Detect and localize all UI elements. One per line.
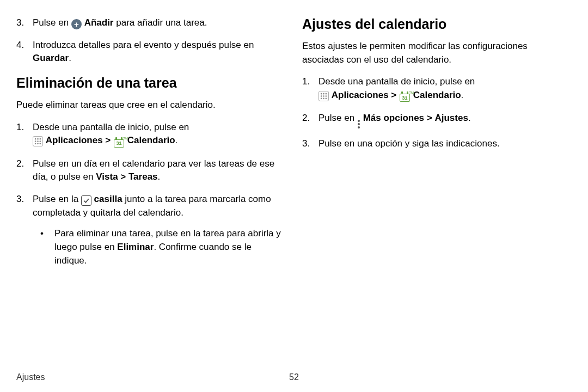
plus-icon: + xyxy=(71,19,82,29)
save-label: Guardar xyxy=(33,53,69,63)
calendar-settings-intro: Estos ajustes le permiten modificar las … xyxy=(302,40,572,66)
step-body: Desde una pantalla de inicio, pulse en A… xyxy=(318,75,572,103)
more-options-icon xyxy=(357,120,360,128)
step-3-add: 3. Pulse en + Añadir para añadir una tar… xyxy=(16,16,286,30)
substep-delete: • Para eliminar una tarea, pulse en la t… xyxy=(33,227,286,267)
text: Desde una pantalla de inicio, pulse en xyxy=(318,76,475,87)
step-number: 4. xyxy=(16,39,25,65)
right-column: Ajustes del calendario Estos ajustes le … xyxy=(302,16,572,381)
delete-task-steps: 1. Desde una pantalla de inicio, pulse e… xyxy=(16,121,286,268)
step-body: Pulse en la casilla junto a la tarea par… xyxy=(33,193,286,267)
step-number: 2. xyxy=(302,112,311,128)
step-2-view-tasks: 2. Pulse en un día en el calendario para… xyxy=(16,157,286,184)
step-body: Introduzca detalles para el evento y des… xyxy=(33,39,286,65)
apps-icon xyxy=(33,136,43,146)
step-number: 1. xyxy=(302,75,311,103)
step-2-more-options: 2. Pulse en Más opciones > Ajustes. xyxy=(302,112,572,128)
calendar-icon: 31TM xyxy=(113,138,125,149)
left-column: 3. Pulse en + Añadir para añadir una tar… xyxy=(16,16,286,381)
step-4-save: 4. Introduzca detalles para el evento y … xyxy=(16,39,286,65)
text: Pulse en xyxy=(318,113,354,123)
vista-label: Vista xyxy=(96,171,118,182)
svg-point-2 xyxy=(40,138,41,140)
chevron: > xyxy=(120,171,126,182)
svg-point-10 xyxy=(323,93,324,95)
text: Pulse en una opción y siga las indicacio… xyxy=(318,138,500,149)
continued-steps: 3. Pulse en + Añadir para añadir una tar… xyxy=(16,16,286,65)
footer-section: Ajustes xyxy=(16,372,45,382)
step-number: 2. xyxy=(16,157,25,184)
period: . xyxy=(69,53,71,63)
period: . xyxy=(461,90,464,100)
text: Introduzca detalles para el evento y des… xyxy=(33,40,254,50)
chevron: > xyxy=(391,90,396,100)
step-body: Pulse en una opción y siga las indicacio… xyxy=(318,137,572,151)
text: para añadir una tarea. xyxy=(116,17,207,28)
calendar-icon: 31TM xyxy=(399,93,411,103)
svg-point-8 xyxy=(40,143,41,145)
period: . xyxy=(158,171,161,182)
period: . xyxy=(175,135,178,145)
svg-point-15 xyxy=(321,97,322,99)
step-body: Pulse en + Añadir para añadir una tarea. xyxy=(33,16,286,30)
apps-icon xyxy=(318,91,329,101)
calendar-settings-steps: 1. Desde una pantalla de inicio, pulse e… xyxy=(302,75,572,151)
apps-label: Aplicaciones xyxy=(332,90,389,100)
chevron: > xyxy=(105,135,111,145)
step-body: Pulse en un día en el calendario para ve… xyxy=(33,157,286,184)
text: Pulse en xyxy=(33,17,69,28)
svg-point-7 xyxy=(37,143,39,145)
tareas-label: Tareas xyxy=(128,171,158,182)
svg-point-16 xyxy=(323,97,324,99)
checkbox-icon xyxy=(81,195,91,206)
svg-point-0 xyxy=(35,138,36,140)
step-1-open-calendar: 1. Desde una pantalla de inicio, pulse e… xyxy=(16,121,286,149)
svg-point-12 xyxy=(321,95,322,97)
svg-point-3 xyxy=(35,140,36,142)
two-column-layout: 3. Pulse en + Añadir para añadir una tar… xyxy=(16,16,572,381)
calendar-label: Calendario xyxy=(127,135,175,145)
svg-point-11 xyxy=(326,93,327,95)
apps-label: Aplicaciones xyxy=(46,135,103,145)
step-3-follow: 3. Pulse en una opción y siga las indica… xyxy=(302,137,572,151)
delete-task-heading: Eliminación de una tarea xyxy=(16,75,286,91)
calendar-settings-heading: Ajustes del calendario xyxy=(302,16,572,32)
step-1-open-calendar: 1. Desde una pantalla de inicio, pulse e… xyxy=(302,75,572,103)
step-number: 3. xyxy=(302,137,311,151)
step-number: 3. xyxy=(16,193,25,267)
chevron: > xyxy=(427,113,432,123)
text: Desde una pantalla de inicio, pulse en xyxy=(33,122,189,132)
svg-point-13 xyxy=(323,95,324,97)
svg-point-4 xyxy=(37,140,39,142)
step-body: Desde una pantalla de inicio, pulse en A… xyxy=(33,121,286,149)
substep-body: Para eliminar una tarea, pulse en la tar… xyxy=(54,227,286,267)
page-number: 52 xyxy=(289,372,299,382)
svg-point-9 xyxy=(321,93,322,95)
bullet-icon: • xyxy=(40,227,47,267)
calendar-label: Calendario xyxy=(413,90,461,100)
page-footer: Ajustes 52 xyxy=(16,372,572,382)
add-label: Añadir xyxy=(84,17,114,28)
period: . xyxy=(468,113,471,123)
more-options-label: Más opciones xyxy=(363,113,424,123)
svg-point-14 xyxy=(326,95,327,97)
delete-task-intro: Puede eliminar tareas que cree en el cal… xyxy=(16,99,286,112)
svg-point-6 xyxy=(35,143,36,145)
manual-page: 3. Pulse en + Añadir para añadir una tar… xyxy=(0,0,588,392)
svg-point-17 xyxy=(326,97,327,99)
ajustes-label: Ajustes xyxy=(434,113,468,123)
svg-point-1 xyxy=(37,138,39,140)
eliminar-label: Eliminar xyxy=(117,242,154,252)
casilla-label: casilla xyxy=(94,194,122,204)
step-3-checkbox: 3. Pulse en la casilla junto a la tarea … xyxy=(16,193,286,267)
svg-point-5 xyxy=(40,140,41,142)
step-number: 3. xyxy=(16,16,25,30)
step-body: Pulse en Más opciones > Ajustes. xyxy=(318,112,572,128)
text: Pulse en la xyxy=(33,194,78,204)
step-number: 1. xyxy=(16,121,25,149)
